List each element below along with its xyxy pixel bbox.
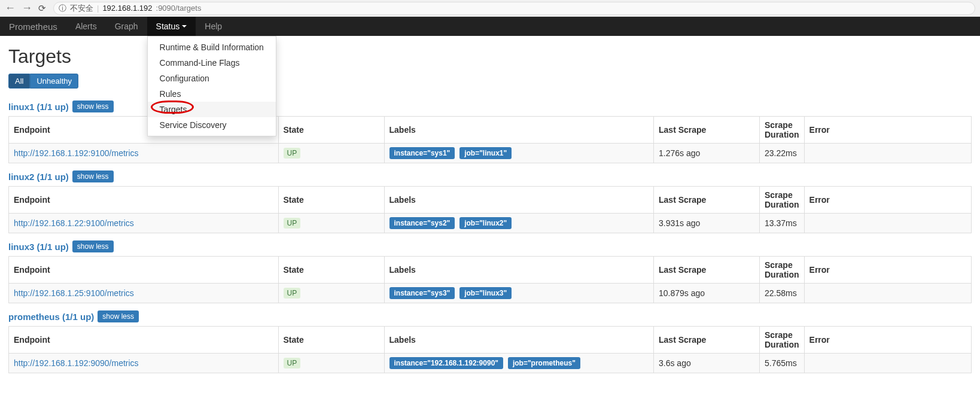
show-less-button[interactable]: show less bbox=[98, 310, 139, 322]
th-labels: Labels bbox=[384, 327, 654, 354]
state-badge: UP bbox=[284, 358, 301, 368]
th-scrape-duration: Scrape Duration bbox=[760, 117, 805, 144]
scrape-duration: 13.37ms bbox=[760, 214, 805, 233]
targets-table-linux3: Endpoint State Labels Last Scrape Scrape… bbox=[8, 256, 972, 303]
error-cell bbox=[804, 144, 971, 163]
th-last-scrape: Last Scrape bbox=[654, 117, 760, 144]
th-scrape-duration: Scrape Duration bbox=[760, 187, 805, 214]
show-less-button[interactable]: show less bbox=[72, 240, 114, 252]
browser-toolbar: ← → ⟳ ⓘ 不安全 | 192.168.1.192:9090/targets bbox=[0, 0, 980, 17]
label-job: job="linux3" bbox=[459, 287, 512, 299]
nav-status[interactable]: Status Runtime & Build Information Comma… bbox=[147, 17, 196, 36]
filter-unhealthy-button[interactable]: Unhealthy bbox=[30, 74, 78, 89]
error-cell bbox=[804, 284, 971, 303]
th-labels: Labels bbox=[384, 257, 654, 284]
th-endpoint: Endpoint bbox=[9, 187, 279, 214]
last-scrape: 3.6s ago bbox=[654, 354, 760, 373]
error-cell bbox=[804, 354, 971, 373]
th-state: State bbox=[278, 187, 384, 214]
dropdown-item-cmdline[interactable]: Command-Line Flags bbox=[148, 55, 276, 71]
table-row: http://192.168.1.25:9100/metrics UP inst… bbox=[9, 284, 972, 303]
dropdown-item-config[interactable]: Configuration bbox=[148, 71, 276, 86]
th-error: Error bbox=[804, 117, 971, 144]
endpoint-link[interactable]: http://192.168.1.22:9100/metrics bbox=[14, 218, 134, 228]
show-less-button[interactable]: show less bbox=[72, 170, 114, 182]
navbar: Prometheus Alerts Graph Status Runtime &… bbox=[0, 17, 980, 36]
scrape-duration: 23.22ms bbox=[760, 144, 805, 163]
state-badge: UP bbox=[284, 218, 301, 229]
th-scrape-duration: Scrape Duration bbox=[760, 257, 805, 284]
th-labels: Labels bbox=[384, 117, 654, 144]
th-state: State bbox=[278, 327, 384, 354]
th-endpoint: Endpoint bbox=[9, 257, 279, 284]
url-path: :9090/targets bbox=[156, 4, 202, 13]
th-last-scrape: Last Scrape bbox=[654, 327, 760, 354]
endpoint-link[interactable]: http://192.168.1.192:9100/metrics bbox=[14, 148, 139, 158]
label-instance: instance="sys2" bbox=[389, 217, 455, 229]
label-instance: instance="sys3" bbox=[389, 287, 455, 299]
dropdown-item-targets-label: Targets bbox=[160, 105, 187, 114]
endpoint-link[interactable]: http://192.168.1.192:9090/metrics bbox=[14, 358, 139, 368]
state-badge: UP bbox=[284, 148, 301, 159]
nav-brand[interactable]: Prometheus bbox=[0, 17, 66, 36]
th-labels: Labels bbox=[384, 187, 654, 214]
job-title-prometheus[interactable]: prometheus (1/1 up) bbox=[8, 312, 94, 322]
dropdown-item-rules[interactable]: Rules bbox=[148, 86, 276, 102]
info-icon: ⓘ bbox=[59, 3, 66, 14]
dropdown-item-sd[interactable]: Service Discovery bbox=[148, 117, 276, 133]
table-row: http://192.168.1.192:9090/metrics UP ins… bbox=[9, 354, 972, 373]
nav-status-label: Status bbox=[156, 22, 180, 31]
th-state: State bbox=[278, 117, 384, 144]
scrape-duration: 22.58ms bbox=[760, 284, 805, 303]
th-scrape-duration: Scrape Duration bbox=[760, 327, 805, 354]
job-title-linux2[interactable]: linux2 (1/1 up) bbox=[8, 172, 69, 182]
th-error: Error bbox=[804, 257, 971, 284]
scrape-duration: 5.765ms bbox=[760, 354, 805, 373]
endpoint-link[interactable]: http://192.168.1.25:9100/metrics bbox=[14, 288, 134, 298]
back-button[interactable]: ← bbox=[5, 2, 16, 14]
label-instance: instance="192.168.1.192:9090" bbox=[389, 357, 504, 369]
th-error: Error bbox=[804, 327, 971, 354]
th-last-scrape: Last Scrape bbox=[654, 257, 760, 284]
state-badge: UP bbox=[284, 288, 301, 299]
filter-buttons: All Unhealthy bbox=[8, 74, 78, 89]
caret-down-icon bbox=[182, 25, 187, 28]
th-endpoint: Endpoint bbox=[9, 327, 279, 354]
last-scrape: 1.276s ago bbox=[654, 144, 760, 163]
dropdown-item-targets[interactable]: Targets bbox=[148, 102, 276, 117]
last-scrape: 10.879s ago bbox=[654, 284, 760, 303]
th-last-scrape: Last Scrape bbox=[654, 187, 760, 214]
label-job: job="linux1" bbox=[459, 147, 512, 159]
th-state: State bbox=[278, 257, 384, 284]
last-scrape: 3.931s ago bbox=[654, 214, 760, 233]
show-less-button[interactable]: show less bbox=[72, 100, 114, 112]
label-job: job="prometheus" bbox=[508, 357, 580, 369]
filter-all-button[interactable]: All bbox=[8, 74, 30, 89]
reload-button[interactable]: ⟳ bbox=[38, 3, 46, 14]
th-error: Error bbox=[804, 187, 971, 214]
nav-alerts[interactable]: Alerts bbox=[66, 17, 106, 36]
targets-table-linux2: Endpoint State Labels Last Scrape Scrape… bbox=[8, 186, 972, 233]
status-dropdown: Runtime & Build Information Command-Line… bbox=[147, 36, 276, 136]
error-cell bbox=[804, 214, 971, 233]
url-host: 192.168.1.192 bbox=[102, 4, 152, 13]
nav-help[interactable]: Help bbox=[196, 17, 231, 36]
job-title-linux1[interactable]: linux1 (1/1 up) bbox=[8, 102, 69, 112]
forward-button[interactable]: → bbox=[22, 2, 32, 14]
job-title-linux3[interactable]: linux3 (1/1 up) bbox=[8, 242, 69, 252]
label-job: job="linux2" bbox=[459, 217, 512, 229]
label-instance: instance="sys1" bbox=[389, 147, 455, 159]
table-row: http://192.168.1.192:9100/metrics UP ins… bbox=[9, 144, 972, 163]
targets-table-prometheus: Endpoint State Labels Last Scrape Scrape… bbox=[8, 326, 972, 373]
table-row: http://192.168.1.22:9100/metrics UP inst… bbox=[9, 214, 972, 233]
nav-graph[interactable]: Graph bbox=[106, 17, 147, 36]
url-bar[interactable]: ⓘ 不安全 | 192.168.1.192:9090/targets bbox=[53, 2, 975, 15]
dropdown-item-runtime[interactable]: Runtime & Build Information bbox=[148, 39, 276, 55]
security-label: 不安全 bbox=[70, 3, 93, 14]
